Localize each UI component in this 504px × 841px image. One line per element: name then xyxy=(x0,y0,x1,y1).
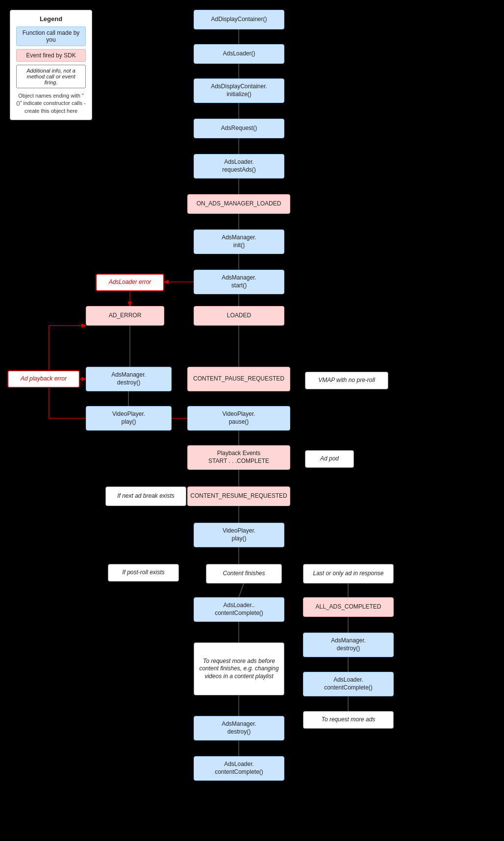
LOADED: LOADED xyxy=(194,306,284,326)
AdDisplayContainer: AdDisplayContainer() xyxy=(194,10,284,29)
AdsLoaderError: AdsLoader error xyxy=(96,274,164,291)
legend-note: Object names ending with "()" indicate c… xyxy=(16,92,86,115)
AdsDisplayContainerInit: AdsDisplayContainer. initialize() xyxy=(194,78,284,103)
svg-line-22 xyxy=(239,584,244,597)
legend-function-call: Function call made by you xyxy=(16,26,86,46)
diagram-container: Legend Function call made by you Event f… xyxy=(0,0,504,841)
AdPlaybackError: Ad playback error xyxy=(7,370,80,388)
VideoPlayerPause: VideoPlayer. pause() xyxy=(187,406,290,431)
VideoPlayerPlay1: VideoPlayer. play() xyxy=(86,406,172,431)
legend-title: Legend xyxy=(16,15,86,23)
AdsLoaderContentComplete1: AdsLoader.. contentComplete() xyxy=(194,597,284,622)
VideoPlayerPlay2: VideoPlayer. play() xyxy=(194,523,284,547)
AdsLoader: AdsLoader() xyxy=(194,44,284,64)
IfPostRollExists: If post-roll exists xyxy=(108,564,179,582)
AdsManagerDestroy2: AdsManager. destroy() xyxy=(303,633,394,657)
AdsLoaderRequestAds: AdsLoader. requestAds() xyxy=(194,154,284,178)
ALL_ADS_COMPLETED: ALL_ADS_COMPLETED xyxy=(303,597,394,617)
ToRequestMoreAds: To request more ads xyxy=(303,711,394,729)
IfNextAdBreak: If next ad break exists xyxy=(105,486,186,506)
AdPod: Ad pod xyxy=(305,450,354,468)
AdsManagerStart: AdsManager. start() xyxy=(194,270,284,294)
AdsLoaderContentComplete2: AdsLoader. contentComplete() xyxy=(303,672,394,696)
AdsManagerInit: AdsManager. init() xyxy=(194,229,284,254)
legend: Legend Function call made by you Event f… xyxy=(10,10,92,120)
legend-event-fired: Event fired by SDK xyxy=(16,49,86,62)
AdsManagerDestroy3: AdsManager. destroy() xyxy=(194,716,284,740)
AdsManagerDestroy1: AdsManager. destroy() xyxy=(86,367,172,391)
CONTENT_PAUSE_REQUESTED: CONTENT_PAUSE_REQUESTED xyxy=(187,367,290,391)
ToRequestMoreAdsInfo: To request more ads before content finis… xyxy=(194,642,284,695)
VMAP_no_preroll: VMAP with no pre-roll xyxy=(305,372,388,389)
AdsLoaderContentComplete3: AdsLoader. contentComplete() xyxy=(194,756,284,781)
AD_ERROR: AD_ERROR xyxy=(86,306,164,326)
LastOrOnlyAd: Last or only ad in response xyxy=(303,564,394,584)
AdsRequest: AdsRequest() xyxy=(194,119,284,138)
ON_ADS_MANAGER_LOADED: ON_ADS_MANAGER_LOADED xyxy=(187,194,290,214)
ContentFinishes: Content finishes xyxy=(206,564,282,584)
CONTENT_RESUME_REQUESTED: CONTENT_RESUME_REQUESTED xyxy=(187,486,290,506)
PlaybackEvents: Playback Events START . . .COMPLETE xyxy=(187,445,290,470)
legend-additional-info: Additional info, not a method call or ev… xyxy=(16,65,86,88)
